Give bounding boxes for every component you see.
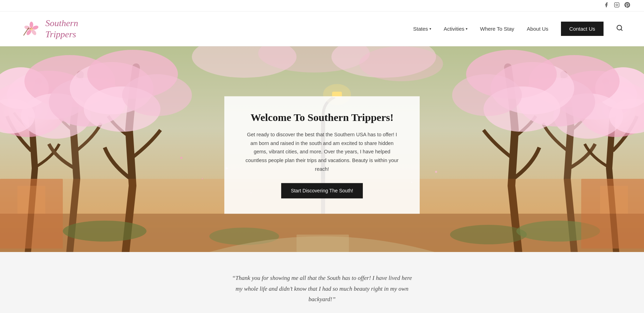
instagram-icon[interactable] [614,2,620,9]
header: Southern Trippers States ▾ Activities ▾ … [0,12,644,46]
states-dropdown-arrow: ▾ [429,27,431,31]
svg-line-12 [621,29,622,31]
testimonial-section: “Thank you for showing me all that the S… [0,252,644,313]
svg-point-26 [122,74,192,116]
search-button[interactable] [616,24,623,33]
svg-point-42 [359,46,443,81]
hero-section: Welcome To Southern Trippers! Get ready … [0,46,644,252]
activities-dropdown-arrow: ▾ [466,27,467,31]
svg-point-37 [452,74,522,116]
contact-us-button[interactable]: Contact Us [561,22,604,36]
hero-title: Welcome To Southern Trippers! [245,112,399,123]
svg-rect-62 [297,235,349,252]
social-bar [0,0,644,12]
main-nav: States ▾ Activities ▾ Where To Stay Abou… [413,22,623,36]
svg-rect-0 [614,2,619,7]
pinterest-icon[interactable] [624,2,630,9]
nav-states[interactable]: States ▾ [413,26,431,32]
logo-flower-icon [21,18,42,39]
svg-point-46 [180,157,182,159]
facebook-icon[interactable] [604,2,609,9]
svg-point-9 [32,28,32,29]
nav-where-to-stay[interactable]: Where To Stay [480,26,514,32]
discover-button[interactable]: Start Discovering The South! [281,183,363,198]
nav-activities[interactable]: Activities ▾ [444,26,467,32]
logo[interactable]: Southern Trippers [21,18,78,39]
hero-content-box: Welcome To Southern Trippers! Get ready … [224,96,420,214]
svg-point-52 [435,171,437,173]
svg-point-8 [31,27,32,28]
hero-description: Get ready to discover the best that the … [245,130,399,173]
svg-point-2 [30,22,33,28]
nav-about-us[interactable]: About Us [527,26,548,32]
search-icon [616,24,623,31]
testimonial-text: “Thank you for showing me all that the S… [231,273,413,305]
logo-text: Southern Trippers [45,18,78,39]
